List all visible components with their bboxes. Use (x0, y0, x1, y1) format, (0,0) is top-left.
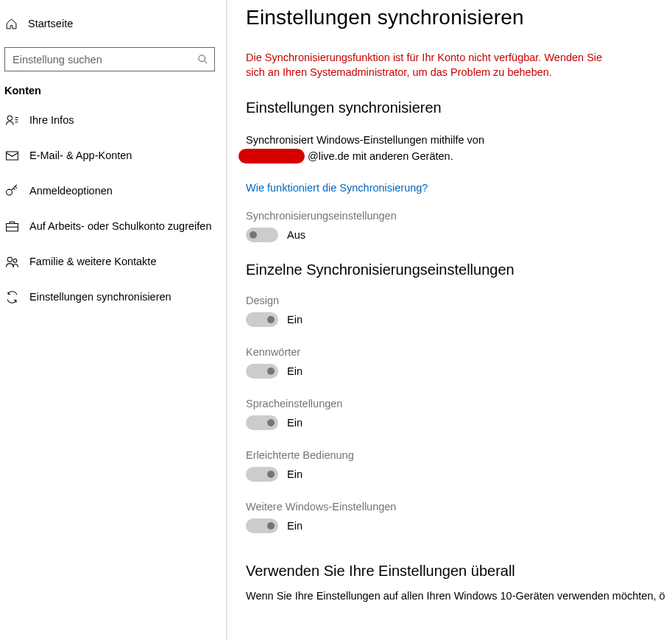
accessibility-toggle[interactable] (246, 467, 278, 482)
language-toggle[interactable] (246, 415, 278, 430)
sidebar-item-family[interactable]: Familie & weitere Kontakte (0, 244, 227, 279)
toggle-label: Spracheinstellungen (246, 398, 672, 409)
toggle-knob (267, 522, 275, 530)
section-everywhere-heading: Verwenden Sie Ihre Einstellungen überall (246, 563, 672, 580)
svg-point-10 (7, 257, 12, 261)
sync-help-link[interactable]: Wie funktioniert die Synchronisierung? (246, 182, 428, 194)
toggle-status: Ein (287, 417, 303, 429)
other-windows-toggle[interactable] (246, 518, 278, 533)
toggle-status: Ein (287, 314, 303, 326)
sidebar-item-label: Ihre Infos (29, 114, 74, 126)
category-header: Konten (0, 71, 227, 102)
toggle-knob (267, 471, 275, 478)
toggle-group-accessibility: Erleichterte Bedienung Ein (246, 449, 672, 482)
key-icon (4, 183, 19, 198)
sync-icon (4, 289, 19, 304)
redacted-email (238, 149, 305, 163)
toggle-status: Ein (287, 520, 303, 532)
sidebar-item-sync-settings[interactable]: Einstellungen synchronisieren (0, 279, 227, 314)
mail-icon (4, 148, 19, 163)
sidebar-item-your-info[interactable]: Ihre Infos (0, 102, 227, 138)
sidebar-item-label: Familie & weitere Kontakte (29, 256, 156, 267)
sync-description-line1: Synchronisiert Windows-Einstellungen mit… (246, 133, 614, 147)
search-box[interactable] (4, 47, 215, 71)
toggle-knob (250, 231, 257, 239)
section-individual-heading: Einzelne Synchronisierungseinstellungen (246, 261, 672, 278)
toggle-group-language: Spracheinstellungen Ein (246, 398, 672, 430)
email-suffix: @live.de mit anderen Geräten. (308, 149, 453, 163)
toggle-status: Aus (287, 229, 305, 241)
toggle-label: Weitere Windows-Einstellungen (246, 501, 672, 513)
toggle-label: Kennwörter (246, 346, 672, 358)
toggle-group-design: Design Ein (246, 295, 672, 327)
svg-point-2 (7, 116, 12, 120)
sidebar-item-work-school[interactable]: Auf Arbeits- oder Schulkonto zugreifen (0, 208, 227, 244)
sidebar-item-label: E-Mail- & App-Konten (29, 150, 132, 161)
master-sync-toggle[interactable] (246, 228, 278, 242)
svg-point-11 (13, 259, 17, 262)
error-message: Die Synchronisierungsfunktion ist für Ih… (246, 50, 614, 80)
master-sync-toggle-group: Synchronisierungseinstellungen Aus (246, 210, 672, 242)
toggle-group-other-windows: Weitere Windows-Einstellungen Ein (246, 501, 672, 533)
sidebar-item-signin-options[interactable]: Anmeldeoptionen (0, 173, 227, 208)
svg-point-0 (198, 55, 205, 62)
passwords-toggle[interactable] (246, 364, 278, 379)
toggle-status: Ein (287, 365, 303, 377)
sidebar-item-email-accounts[interactable]: E-Mail- & App-Konten (0, 138, 227, 173)
svg-line-1 (204, 60, 207, 63)
toggle-status: Ein (287, 468, 303, 480)
toggle-knob (267, 316, 275, 323)
toggle-label: Erleichterte Bedienung (246, 449, 672, 461)
sidebar-item-label: Auf Arbeits- oder Schulkonto zugreifen (29, 220, 211, 232)
toggle-knob (267, 368, 275, 375)
home-label: Startseite (28, 18, 73, 29)
page-title: Einstellungen synchronisieren (246, 6, 672, 29)
toggle-knob (267, 419, 275, 426)
search-icon (197, 54, 208, 66)
main-content: Einstellungen synchronisieren Die Synchr… (228, 0, 672, 640)
sync-description-line2: @live.de mit anderen Geräten. (246, 149, 672, 163)
briefcase-icon (4, 219, 19, 233)
person-card-icon (4, 113, 19, 127)
toggle-label: Synchronisierungseinstellungen (246, 210, 672, 222)
section-sync-heading: Einstellungen synchronisieren (246, 99, 672, 116)
search-input[interactable] (13, 54, 197, 66)
home-icon (4, 17, 18, 30)
sidebar-item-label: Anmeldeoptionen (29, 185, 113, 197)
design-toggle[interactable] (246, 312, 278, 327)
sidebar: Startseite Konten Ihre Infos (0, 0, 228, 640)
home-nav-item[interactable]: Startseite (0, 10, 227, 37)
section-everywhere-text: Wenn Sie Ihre Einstellungen auf allen Ih… (246, 590, 672, 602)
toggle-group-passwords: Kennwörter Ein (246, 346, 672, 379)
people-icon (4, 254, 19, 269)
toggle-label: Design (246, 295, 672, 306)
svg-rect-6 (6, 151, 18, 159)
svg-point-7 (6, 189, 12, 195)
sidebar-item-label: Einstellungen synchronisieren (29, 291, 171, 303)
